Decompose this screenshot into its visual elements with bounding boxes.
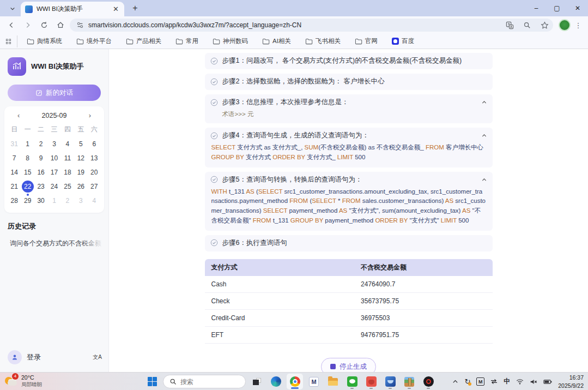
calendar-day[interactable]: 31	[8, 138, 21, 151]
history-item[interactable]: 询问各个交易方式的不含税金额	[10, 237, 103, 250]
calendar-day[interactable]: 6	[88, 138, 101, 151]
task-view-button[interactable]	[248, 374, 265, 389]
bookmark-item[interactable]: AI相关	[257, 35, 296, 47]
calendar-day[interactable]: 29	[21, 195, 34, 207]
calendar-day[interactable]: 28	[8, 195, 21, 207]
bookmark-item[interactable]: 境外平台	[71, 35, 117, 47]
calendar-day[interactable]: 3	[74, 195, 87, 207]
stop-generating-button[interactable]: 停止生成	[321, 358, 376, 372]
bookmark-item[interactable]: 常用	[171, 35, 203, 47]
cat-app-button[interactable]	[363, 374, 379, 389]
calendar-day[interactable]: 16	[34, 166, 47, 179]
bookmark-item[interactable]: 舆情系统	[22, 35, 67, 47]
calendar-day[interactable]: 26	[74, 181, 87, 193]
markdown-app-button[interactable]: M	[306, 374, 322, 389]
calendar-day[interactable]: 23	[34, 181, 47, 193]
calendar-day[interactable]: 2	[61, 195, 74, 207]
bookmark-item[interactable]: 飞书相关	[300, 35, 345, 47]
window-minimize-button[interactable]: –	[526, 0, 547, 16]
calendar-day[interactable]: 21	[8, 181, 21, 193]
bookmark-item[interactable]: 产品相关	[121, 35, 166, 47]
step-row[interactable]: 步骤5：查询语句转换，转换后的查询语句为：WITH t_131 AS (SELE…	[205, 172, 493, 231]
forward-icon[interactable]	[21, 18, 35, 32]
back-icon[interactable]	[4, 18, 19, 32]
step-row[interactable]: 步骤3：信息推理，本次推理参考信息是：术语>>> 元	[205, 94, 493, 123]
network-activity-icon[interactable]	[490, 379, 498, 385]
profile-avatar[interactable]	[559, 19, 571, 31]
archive-app-button[interactable]	[401, 374, 417, 389]
chevron-up-icon[interactable]	[481, 133, 487, 139]
calendar-day[interactable]: 1	[47, 195, 60, 207]
calendar-day[interactable]: 17	[47, 166, 60, 179]
calendar-next-icon[interactable]: ›	[87, 111, 93, 119]
calendar-day[interactable]: 14	[8, 166, 21, 179]
chevron-up-icon[interactable]	[481, 99, 487, 105]
address-bar[interactable]: smartvision.dcclouds.com/app/kcdw3u3wxz7…	[70, 19, 553, 32]
calendar-day[interactable]: 7	[8, 152, 21, 165]
login-row[interactable]: 登录 文A	[8, 350, 102, 364]
calendar-day[interactable]: 10	[47, 152, 60, 165]
home-icon[interactable]	[53, 18, 68, 32]
calendar-day[interactable]: 15	[21, 166, 34, 179]
window-maximize-button[interactable]: ▢	[547, 0, 567, 16]
calendar-day[interactable]: 27	[88, 181, 101, 193]
calendar-day[interactable]: 3	[47, 138, 60, 151]
site-info-icon[interactable]	[76, 21, 84, 29]
calendar-day[interactable]: 19	[74, 166, 87, 179]
calendar-day[interactable]: 9	[34, 152, 47, 165]
tray-m-app-icon[interactable]: M	[476, 377, 484, 386]
language-switch-icon[interactable]: 文A	[93, 353, 102, 361]
reload-icon[interactable]	[37, 18, 51, 32]
calendar-day[interactable]: 11	[61, 152, 74, 165]
apps-grid-icon[interactable]	[5, 35, 17, 47]
step-row[interactable]: 步骤1：问题改写， 各个交易方式(支付方式)的不含税交易金额(不含税交易金额)	[205, 53, 493, 69]
calendar-day[interactable]: 18	[61, 166, 74, 179]
calendar-day[interactable]: 30	[34, 195, 47, 207]
blue-app-button[interactable]	[382, 374, 398, 389]
taskbar-clock[interactable]: 16:37 2025/9/22	[558, 374, 584, 389]
browser-tab[interactable]: WWI BI决策助手 ✕	[21, 2, 124, 16]
input-method-indicator[interactable]: 中	[504, 377, 510, 386]
taskbar-weather-widget[interactable]: 4 20°C 局部晴朗	[4, 374, 42, 388]
battery-icon[interactable]	[543, 379, 552, 385]
search-tabs-icon[interactable]	[520, 19, 534, 31]
wifi-icon[interactable]	[516, 379, 524, 385]
edge-button[interactable]	[268, 374, 284, 389]
taskbar-search[interactable]	[163, 375, 246, 388]
calendar-day[interactable]: 8	[21, 152, 34, 165]
calendar-day[interactable]: 13	[88, 152, 101, 165]
calendar-day[interactable]: 12	[74, 152, 87, 165]
calendar-day[interactable]: 20	[88, 166, 101, 179]
new-tab-button[interactable]: +	[129, 2, 142, 15]
sync-status-icon[interactable]: ↻	[464, 377, 470, 386]
tab-close-icon[interactable]: ✕	[112, 4, 120, 14]
calendar-day[interactable]: 5	[74, 138, 87, 151]
calendar-day[interactable]: 22	[21, 181, 34, 193]
calendar-day[interactable]: 4	[88, 195, 101, 207]
file-explorer-button[interactable]	[325, 374, 341, 389]
volume-muted-icon[interactable]	[530, 379, 537, 385]
window-close-button[interactable]: ✕	[567, 0, 588, 16]
step-row[interactable]: 步骤2：选择数据舱，选择的数据舱为： 客户增长中心	[205, 74, 493, 90]
calendar-prev-icon[interactable]: ‹	[15, 111, 22, 119]
bookmark-star-icon[interactable]	[538, 19, 551, 31]
calendar-day[interactable]: 25	[61, 181, 74, 193]
start-button[interactable]	[144, 374, 160, 389]
calendar-day[interactable]: 2	[34, 138, 47, 151]
url-text[interactable]: smartvision.dcclouds.com/app/kcdw3u3wxz7…	[88, 21, 499, 29]
bookmark-item[interactable]: 神州数码	[208, 35, 253, 47]
new-chat-button[interactable]: 新的对话	[8, 85, 101, 101]
bookmark-item[interactable]: 官网	[350, 35, 383, 47]
calendar-day[interactable]: 24	[47, 181, 60, 193]
step-row[interactable]: 步骤4：查询语句生成，生成的语义查询语句为：SELECT 支付方式 as 支付方…	[205, 128, 493, 167]
chrome-button[interactable]	[287, 374, 303, 389]
translate-page-icon[interactable]	[503, 19, 516, 31]
taskbar-search-input[interactable]	[180, 378, 235, 386]
music-app-button[interactable]	[420, 374, 437, 389]
tab-search-chevron-icon[interactable]	[5, 3, 20, 15]
chevron-up-icon[interactable]	[481, 177, 487, 183]
step-row[interactable]: 步骤6：执行查询语句	[205, 235, 493, 251]
wechat-button[interactable]	[344, 374, 360, 389]
bookmark-item[interactable]: 百度	[387, 35, 419, 47]
browser-menu-icon[interactable]: ⋮	[573, 19, 584, 31]
